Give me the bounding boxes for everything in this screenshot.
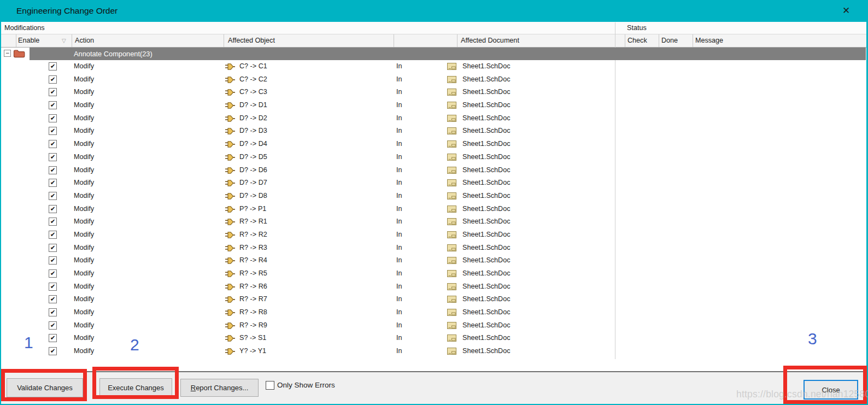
- row-scope: In: [396, 86, 402, 99]
- close-icon[interactable]: ✕: [835, 0, 857, 22]
- row-scope: In: [396, 164, 402, 177]
- row-affected-document: Sheet1.SchDoc: [462, 138, 511, 151]
- table-row[interactable]: ✔ Modify R? -> R6 In Sheet1.SchDoc: [0, 280, 868, 294]
- table-row[interactable]: ✔ Modify D? -> D8 In Sheet1.SchDoc: [0, 190, 868, 203]
- row-affected-object: D? -> D6: [239, 164, 267, 177]
- row-scope: In: [396, 125, 402, 138]
- component-icon: [225, 231, 235, 239]
- row-enable-checkbox[interactable]: ✔: [49, 62, 57, 71]
- table-row[interactable]: ✔ Modify R? -> R3 In Sheet1.SchDoc: [0, 242, 868, 255]
- component-icon: [225, 270, 235, 278]
- row-affected-document: Sheet1.SchDoc: [462, 60, 511, 73]
- group-header-bar[interactable]: [30, 48, 866, 60]
- column-header-affected-object[interactable]: Affected Object: [228, 34, 275, 47]
- row-enable-checkbox[interactable]: ✔: [49, 75, 57, 84]
- column-divider: [72, 34, 72, 47]
- collapse-group-button[interactable]: −: [4, 50, 11, 57]
- row-enable-checkbox[interactable]: ✔: [49, 231, 57, 239]
- row-affected-document: Sheet1.SchDoc: [462, 242, 511, 255]
- component-icon: [225, 206, 235, 213]
- table-row[interactable]: ✔ Modify R? -> R9 In Sheet1.SchDoc: [0, 319, 868, 332]
- row-affected-object: C? -> C2: [239, 73, 267, 86]
- row-scope: In: [396, 228, 402, 242]
- table-row[interactable]: ✔ Modify D? -> D6 In Sheet1.SchDoc: [0, 164, 868, 177]
- table-row[interactable]: ✔ Modify R? -> R1 In Sheet1.SchDoc: [0, 215, 868, 228]
- row-action: Modify: [74, 73, 94, 86]
- component-icon: [225, 257, 235, 265]
- table-row[interactable]: ✔ Modify R? -> R2 In Sheet1.SchDoc: [0, 228, 868, 242]
- row-affected-document: Sheet1.SchDoc: [462, 164, 511, 177]
- panel-strip: [1, 22, 866, 34]
- table-row[interactable]: ✔ Modify R? -> R4 In Sheet1.SchDoc: [0, 254, 868, 267]
- schematic-sheet-icon: [447, 322, 456, 329]
- row-enable-checkbox[interactable]: ✔: [49, 334, 57, 342]
- row-scope: In: [396, 254, 402, 267]
- row-enable-checkbox[interactable]: ✔: [49, 256, 57, 265]
- row-action: Modify: [74, 280, 94, 294]
- row-affected-object: R? -> R1: [239, 215, 267, 228]
- column-header-enable[interactable]: Enable: [18, 34, 39, 47]
- column-header-check[interactable]: Check: [627, 34, 647, 47]
- row-enable-checkbox[interactable]: ✔: [49, 127, 57, 135]
- row-affected-object: D? -> D7: [239, 177, 267, 190]
- table-row[interactable]: ✔ Modify D? -> D1 In Sheet1.SchDoc: [0, 99, 868, 112]
- validate-changes-button[interactable]: Validate Changes: [7, 378, 83, 397]
- row-enable-checkbox[interactable]: ✔: [49, 347, 57, 355]
- row-enable-checkbox[interactable]: ✔: [49, 192, 57, 200]
- table-row[interactable]: ✔ Modify D? -> D5 In Sheet1.SchDoc: [0, 151, 868, 164]
- row-enable-checkbox[interactable]: ✔: [49, 218, 57, 226]
- row-affected-document: Sheet1.SchDoc: [462, 86, 511, 99]
- row-scope: In: [396, 215, 402, 228]
- row-action: Modify: [74, 164, 94, 177]
- column-header-affected-document[interactable]: Affected Document: [461, 34, 519, 47]
- table-row[interactable]: ✔ Modify C? -> C2 In Sheet1.SchDoc: [0, 73, 868, 86]
- row-enable-checkbox[interactable]: ✔: [49, 205, 57, 213]
- table-row[interactable]: ✔ Modify D? -> D3 In Sheet1.SchDoc: [0, 125, 868, 138]
- table-row[interactable]: ✔ Modify D? -> D7 In Sheet1.SchDoc: [0, 177, 868, 190]
- row-enable-checkbox[interactable]: ✔: [49, 295, 57, 303]
- modification-rows: ✔ Modify C? -> C1 In Sheet1.SchDoc ✔ Mod…: [0, 60, 868, 358]
- row-affected-object: D? -> D8: [239, 190, 267, 203]
- table-row[interactable]: ✔ Modify R? -> R5 In Sheet1.SchDoc: [0, 267, 868, 280]
- table-row[interactable]: ✔ Modify C? -> C3 In Sheet1.SchDoc: [0, 86, 868, 99]
- row-affected-object: R? -> R7: [239, 293, 267, 306]
- table-row[interactable]: ✔ Modify R? -> R7 In Sheet1.SchDoc: [0, 293, 868, 306]
- column-header-done[interactable]: Done: [661, 34, 678, 47]
- column-header-message[interactable]: Message: [695, 34, 723, 47]
- row-scope: In: [396, 332, 402, 345]
- row-affected-document: Sheet1.SchDoc: [462, 73, 511, 86]
- row-enable-checkbox[interactable]: ✔: [49, 114, 57, 122]
- row-enable-checkbox[interactable]: ✔: [49, 321, 57, 330]
- only-show-errors-label[interactable]: Only Show Errors: [277, 381, 335, 390]
- execute-changes-button[interactable]: Execute Changes: [99, 378, 172, 397]
- row-enable-checkbox[interactable]: ✔: [49, 283, 57, 291]
- filter-icon[interactable]: ▽: [62, 34, 66, 47]
- row-enable-checkbox[interactable]: ✔: [49, 140, 57, 148]
- column-divider: [693, 34, 693, 47]
- table-row[interactable]: ✔ Modify R? -> R8 In Sheet1.SchDoc: [0, 306, 868, 319]
- table-row[interactable]: ✔ Modify D? -> D2 In Sheet1.SchDoc: [0, 112, 868, 125]
- table-row[interactable]: ✔ Modify P? -> P1 In Sheet1.SchDoc: [0, 203, 868, 216]
- only-show-errors-checkbox[interactable]: [266, 381, 274, 390]
- row-enable-checkbox[interactable]: ✔: [49, 166, 57, 174]
- row-enable-checkbox[interactable]: ✔: [49, 101, 57, 109]
- row-affected-object: R? -> R3: [239, 242, 267, 255]
- row-scope: In: [396, 112, 402, 125]
- status-section-divider: [615, 22, 615, 359]
- table-row[interactable]: ✔ Modify C? -> C1 In Sheet1.SchDoc: [0, 60, 868, 73]
- table-row[interactable]: ✔ Modify D? -> D4 In Sheet1.SchDoc: [0, 138, 868, 151]
- title-bar[interactable]: Engineering Change Order ✕: [0, 0, 868, 22]
- row-enable-checkbox[interactable]: ✔: [49, 153, 57, 161]
- row-action: Modify: [74, 293, 94, 306]
- row-enable-checkbox[interactable]: ✔: [49, 308, 57, 316]
- column-divider: [659, 34, 659, 47]
- row-scope: In: [396, 73, 402, 86]
- component-icon: [225, 309, 235, 316]
- row-enable-checkbox[interactable]: ✔: [49, 179, 57, 187]
- row-enable-checkbox[interactable]: ✔: [49, 269, 57, 278]
- row-enable-checkbox[interactable]: ✔: [49, 88, 57, 96]
- report-changes-button[interactable]: Report Changes...: [180, 379, 259, 397]
- column-header-action[interactable]: Action: [75, 34, 94, 47]
- row-affected-document: Sheet1.SchDoc: [462, 254, 511, 267]
- row-enable-checkbox[interactable]: ✔: [49, 244, 57, 252]
